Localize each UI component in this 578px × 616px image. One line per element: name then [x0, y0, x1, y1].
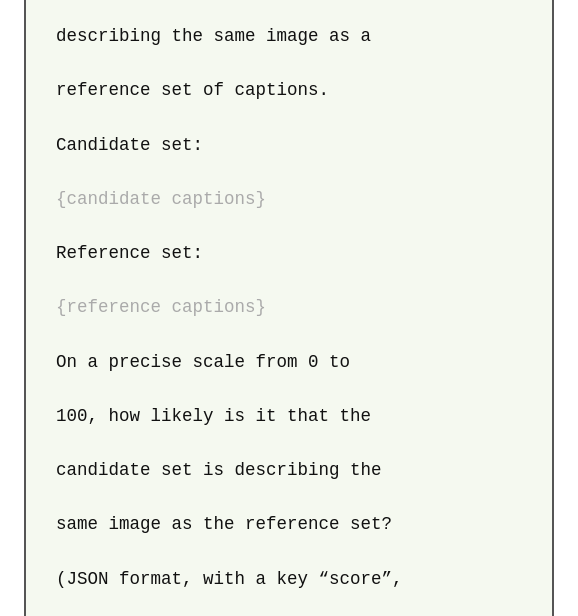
placeholder-line: {candidate captions}	[56, 186, 522, 213]
prompt-card: You are trying to tell if a candidate se…	[24, 0, 554, 616]
prompt-text: You are trying to tell if a candidate se…	[56, 0, 522, 616]
text-line: Candidate set:	[56, 132, 522, 159]
text-line: 100, how likely is it that the	[56, 403, 522, 430]
text-line: candidate set is describing the	[56, 457, 522, 484]
text-line: same image as the reference set?	[56, 511, 522, 538]
text-line: describing the same image as a	[56, 23, 522, 50]
text-line: Reference set:	[56, 240, 522, 267]
text-line: reference set of captions.	[56, 77, 522, 104]
text-line: On a precise scale from 0 to	[56, 349, 522, 376]
placeholder-line: {reference captions}	[56, 294, 522, 321]
text-line: (JSON format, with a key “score”,	[56, 566, 522, 593]
